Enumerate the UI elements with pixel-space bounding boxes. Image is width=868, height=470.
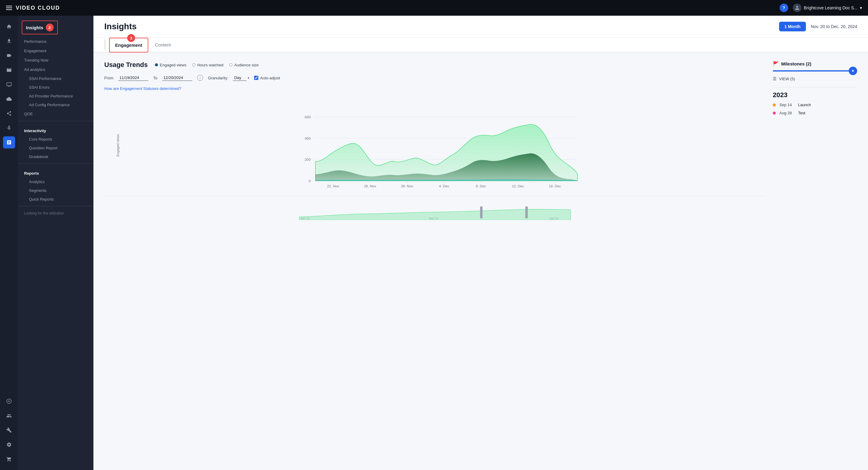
tab-content[interactable]: Content [150,38,176,53]
svg-rect-24 [480,206,483,218]
nav-mic[interactable] [3,122,15,134]
sidebar-analytics[interactable]: Analytics [18,177,93,186]
sidebar-reports-header: Reports [18,166,93,177]
granularity-arrow: ▾ [248,76,249,80]
hamburger-menu[interactable] [6,6,12,10]
nav-cloud[interactable] [3,93,15,105]
milestone-date-launch: Sep 14 [779,102,795,107]
milestones-header: 🚩 Milestones (2) [773,61,857,67]
nav-video[interactable] [3,50,15,62]
milestones-title: Milestones (2) [781,61,811,66]
insights-badge: 2 [46,24,54,31]
svg-rect-25 [525,206,528,218]
user-dropdown-arrow: ▾ [860,5,862,10]
tab-engagement[interactable]: Engagement 3 [109,38,148,53]
granularity-select[interactable]: Day Week Month [233,75,247,81]
auto-adjust-label[interactable]: Auto-adjust [254,76,280,80]
sidebar-engagement[interactable]: Engagement [18,46,93,56]
milestone-launch: Sep 14 Launch [773,102,857,107]
legend-hours-watched[interactable]: Hours watched [192,63,223,67]
nav-analytics[interactable] [3,136,15,148]
sidebar-trending-now[interactable]: Trending Now [18,56,93,65]
svg-text:Jan '24: Jan '24 [301,217,310,220]
month-button[interactable]: 1 Month [779,22,806,31]
engagement-link[interactable]: How are Engagement Statuses determined? [104,86,181,91]
nav-film[interactable] [3,64,15,76]
main-layout: Insights 2 Performance Engagement Trendi… [0,16,868,470]
milestone-dot-launch [773,104,776,107]
sidebar-question-report[interactable]: Question Report [18,144,93,152]
sidebar-ad-analytics[interactable]: Ad analytics [18,65,93,74]
milestones-track [773,70,857,71]
legend-circle-audience [229,63,232,66]
milestones-year: 2023 [773,91,857,99]
sidebar-gradebook[interactable]: Gradebook [18,152,93,161]
user-name: Brightcove Learning Doc S... [804,5,858,10]
sidebar-interactivity-header: Interactivity [18,124,93,135]
milestone-name-launch: Launch [798,102,811,107]
sidebar-segments[interactable]: Segments [18,186,93,195]
tab-divider [104,39,105,50]
nav-settings[interactable] [3,439,15,451]
svg-text:22. Nov: 22. Nov [327,184,339,188]
sidebar-performance[interactable]: Performance [18,37,93,46]
brand-logo: VIDEO CLOUD [16,5,60,11]
legend-circle-hours [192,63,195,66]
sidebar-ad-config-performance[interactable]: Ad Config Performance [18,100,93,109]
nav-tools[interactable] [3,424,15,436]
milestone-test: Aug 28 Test [773,111,857,115]
user-menu[interactable]: Brightcove Learning Doc S... ▾ [793,4,862,12]
svg-text:26. Nov: 26. Nov [364,184,376,188]
svg-text:8. Dec: 8. Dec [476,184,486,188]
y-axis-label: Engaged views [116,134,120,157]
insights-label: Insights [26,25,43,30]
to-date-input[interactable] [162,75,192,81]
milestones-list: 2023 Sep 14 Launch Aug 28 Test [773,87,857,115]
sidebar-quick-reports[interactable]: Quick Reports [18,195,93,204]
svg-text:4. Dec: 4. Dec [439,184,449,188]
from-label: From [104,76,113,80]
nav-upload[interactable] [3,35,15,47]
sidebar-core-reports[interactable]: Core Reports [18,135,93,144]
tab-badge: 3 [127,34,135,42]
svg-text:30. Nov: 30. Nov [401,184,413,188]
nav-cart[interactable] [3,453,15,465]
sidebar-insights[interactable]: Insights 2 [22,21,58,34]
help-button[interactable]: ? [780,4,788,12]
svg-text:400: 400 [305,136,311,140]
granularity-label: Granularity: [208,76,228,80]
nav-home[interactable] [3,21,15,33]
tabs-bar: Engagement 3 Content [93,38,868,53]
view-filter[interactable]: ☰ VIEW (5) [773,76,857,81]
info-icon[interactable]: i [197,75,203,81]
icon-nav [0,16,18,470]
sidebar-ad-provider-performance[interactable]: Ad Provider Performance [18,92,93,100]
auto-adjust-checkbox[interactable] [254,76,258,80]
main-content: Usage Trends Engaged views Hours watched [93,53,868,229]
nav-tv[interactable] [3,79,15,90]
to-label: To [153,76,157,80]
legend-audience-size[interactable]: Audience size [229,63,258,67]
sidebar: Insights 2 Performance Engagement Trendi… [18,16,93,470]
legend-engaged-views[interactable]: Engaged views [155,63,186,67]
milestone-name-test: Test [798,111,805,115]
from-date-input[interactable] [118,75,148,81]
mini-chart: Jan '24 May '24 Sep '24 [104,196,766,220]
top-nav-left: VIDEO CLOUD [6,5,60,11]
top-nav: VIDEO CLOUD ? Brightcove Learning Doc S.… [0,0,868,16]
nav-share[interactable] [3,108,15,119]
sidebar-qoe[interactable]: QOE [18,109,93,119]
view-filter-label: VIEW (5) [779,77,795,81]
content-area: Insights 1 Month Nov. 20 to Dec. 20, 202… [93,16,868,470]
page-header: Insights 1 Month Nov. 20 to Dec. 20, 202… [93,16,868,38]
sidebar-ssai-performance[interactable]: SSAI Performance [18,74,93,83]
milestones-thumb[interactable]: + [849,67,857,75]
nav-player[interactable] [3,395,15,407]
sidebar-ssai-errors[interactable]: SSAI Errors [18,83,93,92]
nav-people[interactable] [3,410,15,422]
svg-text:0: 0 [309,179,311,183]
usage-trends-title: Usage Trends [104,61,148,69]
svg-text:May '24: May '24 [429,217,438,220]
milestone-date-test: Aug 28 [779,111,795,115]
milestones-slider[interactable]: + [773,70,857,71]
